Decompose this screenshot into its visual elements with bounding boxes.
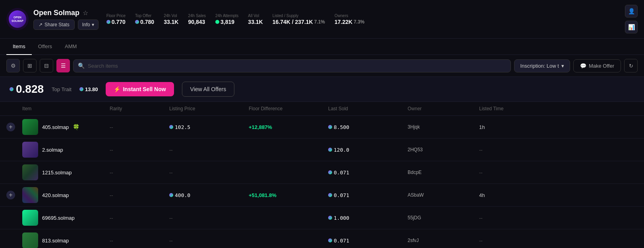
floor-diff-cell: +12,887% xyxy=(249,124,328,130)
item-cell: 813.solmap xyxy=(22,232,110,248)
table-header-cell: Rarity xyxy=(110,106,169,111)
sol-icon xyxy=(169,193,173,197)
floor-diff-cell: +51,081.8% xyxy=(249,192,328,198)
user-icon-button[interactable]: 👤 xyxy=(625,5,638,18)
grid-small-view-button[interactable]: ⊞ xyxy=(23,59,37,72)
list-view-button[interactable]: ☰ xyxy=(56,59,70,72)
star-icon[interactable]: ☆ xyxy=(83,9,88,17)
chart-icon-button[interactable]: 📊 xyxy=(625,21,638,33)
nav-tab-amm[interactable]: AMM xyxy=(58,39,83,55)
stat-item: Top Offer0.780 xyxy=(135,14,154,25)
item-name: 405.solmap xyxy=(42,124,69,130)
rarity-cell: -- xyxy=(110,215,169,221)
listing-price-cell: -- xyxy=(169,170,249,176)
stat-label: Floor Price xyxy=(106,14,126,18)
header-right: 👤 📊 xyxy=(625,5,638,33)
stat-item: Floor Price0.770 xyxy=(106,14,126,25)
owner-cell: 3Hjqk xyxy=(408,124,479,130)
item-badge: 🍀 xyxy=(73,124,79,130)
sol-icon-green xyxy=(215,20,219,24)
stat-label: Top Offer xyxy=(135,14,154,18)
stat-value: 90,843 xyxy=(188,19,205,25)
rarity-cell: -- xyxy=(110,147,169,153)
sol-icon xyxy=(169,125,173,129)
info-button[interactable]: Info ▾ xyxy=(78,20,99,30)
sol-icon xyxy=(328,148,332,152)
listing-price-cell: -- xyxy=(169,238,249,244)
share-stats-button[interactable]: ↗ Share Stats xyxy=(33,20,75,30)
item-name: 420.solmap xyxy=(42,192,69,198)
stat-item: 24h Vol33.1K xyxy=(164,14,178,25)
listing-price-cell: -- xyxy=(169,147,249,153)
view-all-offers-button[interactable]: View All Offers xyxy=(182,82,235,97)
owner-cell: ASbaW xyxy=(408,192,479,198)
stat-value: 3,819 xyxy=(215,19,238,25)
item-cell: 1215.solmap xyxy=(22,164,110,180)
table-row[interactable]: 1215.solmap----0.071BdcpE-- xyxy=(0,161,644,184)
item-thumbnail xyxy=(22,164,38,180)
add-button[interactable]: + xyxy=(6,123,15,131)
stat-item: All Vol33.1K xyxy=(248,14,263,25)
table-header-cell: Owner xyxy=(408,106,479,111)
top-trait-value: 13.80 xyxy=(79,86,98,92)
table-row[interactable]: 2.solmap----120.02HQ53-- xyxy=(0,139,644,161)
listing-price-cell: 102.5 xyxy=(169,124,249,130)
table-row[interactable]: +420.solmap--400.0+51,081.8%0.071ASbaW4h xyxy=(0,184,644,207)
rarity-cell: -- xyxy=(110,124,169,130)
last-sold-cell: 0.071 xyxy=(328,170,408,176)
stat-value: 33.1K xyxy=(248,19,263,25)
stat-label: 24h Attempts xyxy=(215,14,238,18)
item-cell: 2.solmap xyxy=(22,142,110,158)
table-header-cell: Listing Price xyxy=(169,106,249,111)
stat-value: 0.770 xyxy=(106,19,126,25)
table-header: ItemRarityListing PriceFloor DifferenceL… xyxy=(0,102,644,116)
item-name: 813.solmap xyxy=(42,238,69,244)
table-row[interactable]: +405.solmap🍀--102.5+12,887%8.5003Hjqk1h xyxy=(0,116,644,139)
refresh-button[interactable]: ↻ xyxy=(624,59,638,72)
filter-button[interactable]: ⚙ xyxy=(6,59,20,72)
stat-label: Listed / Supply xyxy=(273,14,325,18)
sort-dropdown[interactable]: Inscription: Low t ▾ xyxy=(514,59,570,72)
action-buttons: ↗ Share Stats Info ▾ xyxy=(33,20,99,30)
nav-tab-items[interactable]: Items xyxy=(6,39,32,55)
make-offer-button[interactable]: 💬 Make Offer xyxy=(573,59,621,72)
last-sold-cell: 0.071 xyxy=(328,192,408,198)
item-thumbnail xyxy=(22,142,38,158)
sol-icon xyxy=(10,87,14,91)
share-icon: ↗ xyxy=(39,22,43,27)
stat-item: Listed / Supply16.74K / 237.1K7.1% xyxy=(273,14,325,25)
last-sold-cell: 1.000 xyxy=(328,215,408,221)
search-box: 🔍 xyxy=(73,59,511,72)
table-header-cell: Last Sold xyxy=(328,106,408,111)
last-sold-cell: 120.0 xyxy=(328,147,408,153)
search-icon: 🔍 xyxy=(78,62,85,69)
toolbar: ⚙ ⊞ ⊟ ☰ 🔍 Inscription: Low t ▾ 💬 Make Of… xyxy=(0,55,644,77)
item-name: 69695.solmap xyxy=(42,215,75,221)
collection-logo: OPENSOLMAP xyxy=(6,8,29,30)
item-cell: 405.solmap🍀 xyxy=(22,119,110,135)
add-cell: + xyxy=(6,123,22,131)
offer-icon: 💬 xyxy=(580,63,586,69)
owner-cell: 2HQ53 xyxy=(408,147,479,152)
nav-tab-offers[interactable]: Offers xyxy=(32,39,58,55)
add-button[interactable]: + xyxy=(6,191,15,199)
stat-item: 24h Sales90,843 xyxy=(188,14,205,25)
sol-icon-small xyxy=(79,87,83,91)
owner-cell: BdcpE xyxy=(408,170,479,175)
grid-large-view-button[interactable]: ⊟ xyxy=(40,59,53,72)
search-input[interactable] xyxy=(73,59,511,72)
stat-value: 33.1K xyxy=(164,19,178,25)
bolt-icon: ⚡ xyxy=(114,86,120,92)
listed-time-cell: 1h xyxy=(479,124,543,130)
listed-time-cell: 4h xyxy=(479,192,543,198)
collection-name-row: Open Solmap ☆ xyxy=(33,9,99,17)
logo-inner: OPENSOLMAP xyxy=(9,10,26,28)
table-row[interactable]: 813.solmap----0.0712sfvJ-- xyxy=(0,229,644,248)
stat-value: 17.22K7.3% xyxy=(335,19,365,25)
instant-sell-button[interactable]: ⚡ Instant Sell Now xyxy=(106,82,174,96)
sol-icon xyxy=(106,20,110,24)
listed-time-cell: -- xyxy=(479,215,543,221)
table-row[interactable]: 69695.solmap----1.00055jDG-- xyxy=(0,207,644,229)
listing-price-cell: -- xyxy=(169,215,249,221)
sell-bar: 0.828 Top Trait 13.80 ⚡ Instant Sell Now… xyxy=(0,77,644,102)
